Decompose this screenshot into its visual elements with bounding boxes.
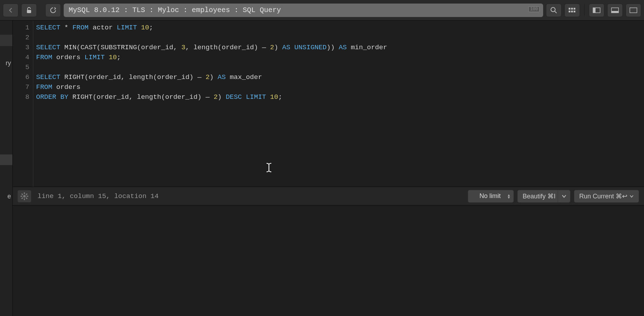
svg-rect-12 [630,8,637,13]
editor-line[interactable]: SELECT * FROM actor LIMIT 10; [36,23,641,33]
panel-bottom-icon [611,7,619,13]
line-number: 6 [13,72,33,82]
gear-icon [21,192,28,200]
svg-rect-16 [21,196,22,197]
svg-rect-3 [571,8,573,10]
editor-line[interactable]: SELECT MIN(CAST(SUBSTRING(order_id, 3, l… [36,43,641,52]
top-toolbar: MySQL 8.0.12 : TLS : Myloc : employees :… [0,0,644,21]
breadcrumb[interactable]: MySQL 8.0.12 : TLS : Myloc : employees :… [64,4,543,17]
sidebar-item-1[interactable]: ry [0,57,12,69]
reload-icon [50,7,57,14]
line-number: 8 [13,92,33,102]
svg-rect-11 [611,11,619,13]
limit-dropdown[interactable]: No limit ▲▼ [468,190,514,203]
main-area: ry e 12345678 SELECT * FROM actor LIMIT … [0,21,644,316]
cursor-position: line 1, column 15, location 14 [38,192,461,200]
editor-line[interactable]: ORDER BY RIGHT(order_id, length(order_id… [36,92,641,102]
panel-left-icon [593,7,600,13]
line-number: 1 [13,23,33,33]
editor-line[interactable]: FROM orders [36,82,641,92]
chevron-left-icon [8,7,13,13]
sidebar-item-active[interactable] [0,154,12,165]
svg-rect-2 [569,8,570,10]
sidebar-item-0[interactable] [0,35,12,46]
grid-button[interactable] [564,4,580,17]
back-button[interactable] [3,4,18,17]
svg-rect-4 [574,8,575,10]
svg-rect-6 [571,11,573,12]
results-panel [13,205,644,316]
search-button[interactable] [546,4,562,17]
lock-open-icon [26,7,32,14]
reload-button[interactable] [45,4,61,17]
beautify-button[interactable]: Beautify ⌘I [517,190,570,203]
editor-line[interactable] [36,62,641,72]
toolbar-right-group [546,4,641,17]
svg-rect-9 [593,8,596,13]
editor-line[interactable]: SELECT RIGHT(order_id, length(order_id) … [36,72,641,82]
status-actions: No limit ▲▼ Beautify ⌘I Run Current ⌘↩ [468,190,639,203]
svg-rect-20 [25,193,28,195]
panel-bottom-button[interactable] [607,4,623,17]
line-number: 3 [13,43,33,52]
chevron-down-icon [629,194,634,198]
panel-right-icon [629,7,637,13]
search-icon [550,7,557,14]
breadcrumb-badge: 100 [528,6,540,12]
sidebar-item-last[interactable]: e [0,190,12,203]
line-number: 7 [13,82,33,92]
lock-button[interactable] [21,4,37,17]
svg-point-1 [551,7,555,12]
beautify-label: Beautify ⌘I [523,192,556,200]
svg-point-13 [23,195,26,197]
panel-left-button[interactable] [589,4,604,17]
line-number: 2 [13,33,33,43]
breadcrumb-text: MySQL 8.0.12 : TLS : Myloc : employees :… [69,6,281,14]
svg-rect-14 [24,192,25,194]
chevron-down-icon[interactable] [558,190,567,202]
stepper-icon: ▲▼ [507,194,511,199]
sidebar: ry e [0,21,13,316]
svg-rect-5 [569,11,570,12]
editor-line[interactable]: FROM orders LIMIT 10; [36,52,641,62]
run-current-button[interactable]: Run Current ⌘↩ [574,190,639,203]
grid-icon [569,8,576,13]
svg-rect-7 [574,11,575,12]
svg-rect-17 [27,196,28,197]
svg-rect-0 [27,10,31,13]
svg-rect-21 [21,197,23,199]
line-number: 5 [13,62,33,72]
panel-right-button[interactable] [626,4,641,17]
limit-dropdown-label: No limit [479,192,501,200]
svg-rect-18 [21,193,23,195]
editor-status-bar: line 1, column 15, location 14 No limit … [13,187,644,205]
content-area: 12345678 SELECT * FROM actor LIMIT 10;SE… [13,21,644,316]
editor-line[interactable] [36,33,641,43]
settings-button[interactable] [18,190,31,202]
svg-rect-15 [24,198,25,200]
svg-rect-19 [25,197,28,199]
editor-text[interactable]: SELECT * FROM actor LIMIT 10;SELECT MIN(… [33,21,644,187]
sql-editor[interactable]: 12345678 SELECT * FROM actor LIMIT 10;SE… [13,21,644,187]
run-current-label: Run Current ⌘↩ [579,192,627,200]
editor-gutter: 12345678 [13,21,33,187]
line-number: 4 [13,52,33,62]
